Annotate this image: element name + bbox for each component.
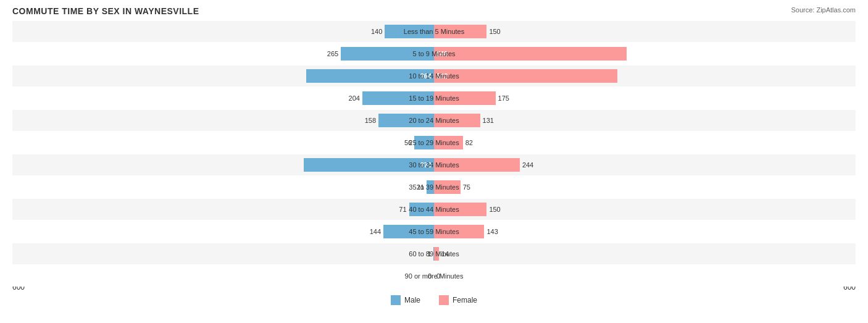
right-section: 0 xyxy=(434,266,856,287)
row-label: 30 to 34 Minutes xyxy=(409,161,459,169)
chart-row: 2655 to 9 Minutes548 xyxy=(12,43,856,64)
left-section: 370 xyxy=(12,154,434,175)
male-value-outside: 265 xyxy=(327,50,338,57)
female-value-outside: 244 xyxy=(522,161,533,169)
legend-female: Female xyxy=(439,295,477,305)
left-section: 158 xyxy=(12,110,434,131)
chart-row: 2135 to 39 Minutes75 xyxy=(12,177,856,198)
row-label: 10 to 14 Minutes xyxy=(409,72,459,80)
row-label: 35 to 39 Minutes xyxy=(409,183,459,191)
chart-row: 160 to 89 Minutes14 xyxy=(12,243,856,264)
legend: Male Female xyxy=(12,295,856,305)
chart-row: 5625 to 29 Minutes82 xyxy=(12,132,856,153)
row-label: 5 to 9 Minutes xyxy=(412,50,455,57)
right-section: 131 xyxy=(434,110,856,131)
left-section: 265 xyxy=(12,43,434,64)
male-value-outside: 144 xyxy=(370,228,381,235)
right-section: 150 xyxy=(434,21,856,42)
left-section: 0 xyxy=(12,266,434,287)
right-section: 175 xyxy=(434,88,856,109)
left-section: 1 xyxy=(12,243,434,264)
left-section: 56 xyxy=(12,132,434,153)
female-value-outside: 82 xyxy=(465,139,473,146)
chart-row: 20415 to 19 Minutes175 xyxy=(12,88,856,109)
legend-female-box xyxy=(439,295,449,305)
right-section: 522 xyxy=(434,65,856,86)
chart-area: 140Less than 5 Minutes1502655 to 9 Minut… xyxy=(12,21,856,280)
female-bar xyxy=(434,47,627,61)
legend-male: Male xyxy=(391,295,420,305)
right-section: 150 xyxy=(434,199,856,220)
chart-row: 14445 to 59 Minutes143 xyxy=(12,221,856,242)
left-section: 21 xyxy=(12,177,434,198)
male-value-outside: 71 xyxy=(399,206,406,213)
source-label: Source: ZipAtlas.com xyxy=(791,6,856,14)
row-label: 20 to 24 Minutes xyxy=(409,117,459,124)
legend-female-label: Female xyxy=(453,296,477,304)
male-value-outside: 140 xyxy=(371,28,382,35)
female-value-outside: 175 xyxy=(498,94,509,102)
chart-title: COMMUTE TIME BY SEX IN WAYNESVILLE xyxy=(12,6,856,16)
right-section: 143 xyxy=(434,221,856,242)
left-section: 140 xyxy=(12,21,434,42)
female-value-outside: 150 xyxy=(489,206,500,213)
chart-row: 090 or more Minutes0 xyxy=(12,266,856,287)
female-value-outside: 131 xyxy=(483,117,494,124)
right-section: 244 xyxy=(434,154,856,175)
chart-row: 37030 to 34 Minutes244 xyxy=(12,154,856,175)
chart-row: 7140 to 44 Minutes150 xyxy=(12,199,856,220)
row-label: 90 or more Minutes xyxy=(405,272,464,280)
right-section: 548 xyxy=(434,43,856,64)
left-section: 364 xyxy=(12,65,434,86)
row-label: 40 to 44 Minutes xyxy=(409,206,459,213)
right-section: 82 xyxy=(434,132,856,153)
row-label: 45 to 59 Minutes xyxy=(409,228,459,235)
legend-male-box xyxy=(391,295,401,305)
chart-container: COMMUTE TIME BY SEX IN WAYNESVILLE Sourc… xyxy=(0,0,868,323)
male-value-outside: 158 xyxy=(365,117,376,124)
chart-row: 36410 to 14 Minutes522 xyxy=(12,65,856,86)
row-label: 15 to 19 Minutes xyxy=(409,94,459,102)
male-value-outside: 204 xyxy=(349,94,360,102)
right-section: 14 xyxy=(434,243,856,264)
row-label: 25 to 29 Minutes xyxy=(409,139,459,146)
left-section: 204 xyxy=(12,88,434,109)
right-section: 75 xyxy=(434,177,856,198)
female-value-outside: 150 xyxy=(489,28,500,35)
left-section: 71 xyxy=(12,199,434,220)
female-bar xyxy=(434,69,617,83)
chart-row: 140Less than 5 Minutes150 xyxy=(12,21,856,42)
row-label: 60 to 89 Minutes xyxy=(409,250,459,258)
female-value-outside: 143 xyxy=(486,228,498,235)
left-section: 144 xyxy=(12,221,434,242)
chart-row: 15820 to 24 Minutes131 xyxy=(12,110,856,131)
row-label: Less than 5 Minutes xyxy=(404,28,464,35)
female-value-outside: 75 xyxy=(463,183,470,191)
legend-male-label: Male xyxy=(404,296,420,304)
